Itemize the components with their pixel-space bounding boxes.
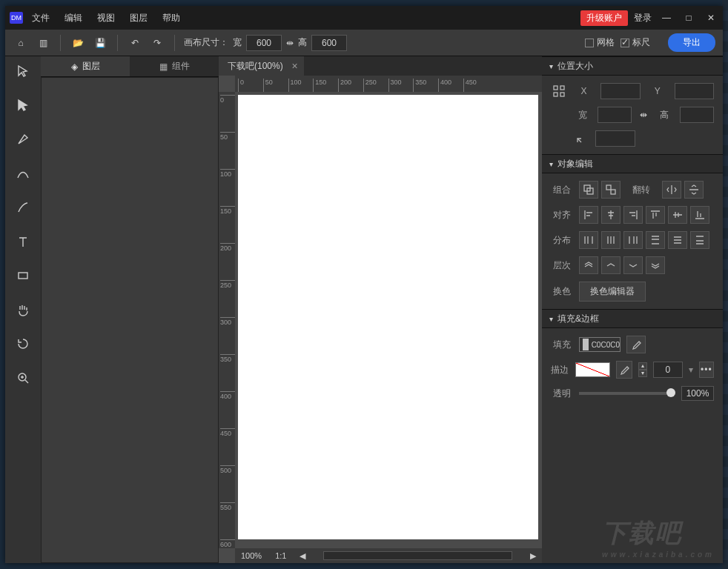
- stroke-eyedropper-button[interactable]: [616, 361, 632, 379]
- svg-rect-9: [611, 190, 615, 194]
- align-top-button[interactable]: [646, 206, 665, 224]
- menu-layer[interactable]: 图层: [130, 12, 148, 24]
- group-button[interactable]: [579, 181, 598, 199]
- menu-file[interactable]: 文件: [32, 12, 50, 24]
- document-tabs: 下载吧(100%) ×: [219, 56, 542, 76]
- close-button[interactable]: ✕: [704, 10, 718, 25]
- ruler-vertical: 050100150200250300350400450500550600: [219, 92, 235, 548]
- grid-checkbox[interactable]: 网格: [585, 36, 615, 49]
- section-position-size[interactable]: 位置大小: [542, 56, 723, 76]
- scroll-left-icon[interactable]: ◀: [300, 551, 305, 561]
- bring-front-button[interactable]: [579, 256, 598, 274]
- fill-eyedropper-button[interactable]: [626, 336, 646, 353]
- recolor-editor-button[interactable]: 换色编辑器: [579, 282, 646, 302]
- x-input[interactable]: [600, 83, 640, 99]
- open-icon[interactable]: 📂: [70, 35, 86, 51]
- svg-rect-5: [560, 93, 564, 96]
- zoom-value[interactable]: 100%: [241, 551, 262, 560]
- stroke-options-button[interactable]: •••: [699, 362, 714, 378]
- dist-vcenter-button[interactable]: [668, 231, 687, 249]
- align-left-button[interactable]: [579, 206, 598, 224]
- grid-label: 网格: [597, 36, 615, 49]
- app-window: DM 文件 编辑 视图 图层 帮助 升级账户 登录 — □ ✕ ⌂ ▥ 📂 💾 …: [5, 6, 723, 563]
- app-logo: DM: [10, 12, 23, 24]
- dist-left-button[interactable]: [579, 231, 598, 249]
- stroke-width-input[interactable]: [653, 362, 683, 378]
- flip-h-button[interactable]: [662, 181, 681, 199]
- rotation-input[interactable]: [595, 130, 635, 147]
- bring-forward-button[interactable]: [601, 256, 621, 274]
- dist-hcenter-button[interactable]: [601, 231, 621, 249]
- opacity-value[interactable]: 100%: [681, 386, 714, 401]
- close-tab-icon[interactable]: ×: [292, 60, 298, 72]
- align-hcenter-button[interactable]: [601, 206, 621, 224]
- rectangle-tool[interactable]: [13, 265, 33, 286]
- link-dims-icon[interactable]: ⇹: [286, 38, 294, 48]
- canvas[interactable]: [238, 95, 538, 539]
- select-tool[interactable]: [13, 61, 33, 81]
- home-icon[interactable]: ⌂: [13, 35, 29, 51]
- dist-bottom-button[interactable]: [690, 231, 709, 249]
- pen-tool[interactable]: [13, 129, 33, 150]
- stroke-width-spinner[interactable]: ▴▾: [638, 362, 647, 377]
- layers-panel-body[interactable]: [41, 77, 219, 563]
- tab-components[interactable]: ▦组件: [130, 56, 219, 76]
- transform-origin-icon[interactable]: [551, 83, 567, 99]
- send-back-button[interactable]: [646, 256, 665, 274]
- bezier-tool[interactable]: [13, 163, 33, 184]
- section-object-edit[interactable]: 对象编辑: [542, 154, 723, 173]
- export-button[interactable]: 导出: [668, 33, 715, 52]
- tab-components-label: 组件: [172, 60, 190, 73]
- undo-icon[interactable]: ↶: [127, 35, 143, 51]
- width-input[interactable]: [246, 35, 282, 51]
- ungroup-button[interactable]: [601, 181, 621, 199]
- fill-swatch[interactable]: C0C0C0: [579, 337, 621, 352]
- dist-top-button[interactable]: [646, 231, 665, 249]
- direct-select-tool[interactable]: [13, 95, 33, 116]
- left-panel: ◈图层 ▦组件: [41, 56, 219, 563]
- opacity-slider[interactable]: [579, 392, 675, 395]
- h-input[interactable]: [680, 107, 714, 123]
- hand-tool[interactable]: [13, 299, 33, 320]
- y-input[interactable]: [675, 83, 714, 99]
- scroll-right-icon[interactable]: ▶: [530, 551, 536, 561]
- save-icon[interactable]: 💾: [92, 35, 108, 51]
- align-right-button[interactable]: [623, 206, 643, 224]
- rotate-tool[interactable]: [13, 333, 33, 354]
- align-bottom-button[interactable]: [690, 206, 709, 224]
- canvas-wrap[interactable]: [235, 92, 542, 548]
- send-backward-button[interactable]: [623, 256, 643, 274]
- minimize-button[interactable]: —: [659, 10, 674, 25]
- svg-rect-3: [560, 86, 564, 90]
- section-object-edit-label: 对象编辑: [557, 158, 593, 170]
- flip-v-button[interactable]: [684, 181, 704, 199]
- zorder-label: 层次: [551, 259, 573, 272]
- height-input[interactable]: [311, 35, 347, 51]
- w-input[interactable]: [598, 107, 632, 123]
- new-file-icon[interactable]: ▥: [35, 35, 51, 51]
- align-vcenter-button[interactable]: [668, 206, 687, 224]
- menu-view[interactable]: 视图: [97, 12, 115, 24]
- menu-edit[interactable]: 编辑: [64, 12, 82, 24]
- dist-right-button[interactable]: [623, 231, 643, 249]
- upgrade-button[interactable]: 升级账户: [580, 10, 628, 26]
- text-tool[interactable]: [13, 231, 33, 252]
- ratio-value[interactable]: 1:1: [275, 551, 286, 560]
- main-area: ◈图层 ▦组件 下载吧(100%) × 05010015020025030035…: [5, 56, 723, 563]
- brush-tool[interactable]: [13, 197, 33, 218]
- h-scrollbar[interactable]: [323, 551, 512, 560]
- section-fill-stroke[interactable]: 填充&边框: [542, 309, 723, 328]
- maximize-button[interactable]: □: [681, 10, 696, 25]
- document-tab[interactable]: 下载吧(100%) ×: [219, 56, 304, 76]
- zoom-tool[interactable]: [13, 367, 33, 388]
- tab-layers[interactable]: ◈图层: [41, 56, 130, 76]
- ruler-checkbox[interactable]: 标尺: [621, 36, 650, 49]
- lock-aspect-icon[interactable]: ⇹: [638, 110, 649, 120]
- stroke-swatch[interactable]: [575, 362, 610, 377]
- stroke-label: 描边: [551, 364, 569, 376]
- viewport: 050100150200250300350400450 050100150200…: [219, 76, 542, 563]
- redo-icon[interactable]: ↷: [149, 35, 165, 51]
- login-button[interactable]: 登录: [634, 12, 652, 24]
- menu-help[interactable]: 帮助: [162, 12, 180, 24]
- h-label: 高: [655, 109, 674, 122]
